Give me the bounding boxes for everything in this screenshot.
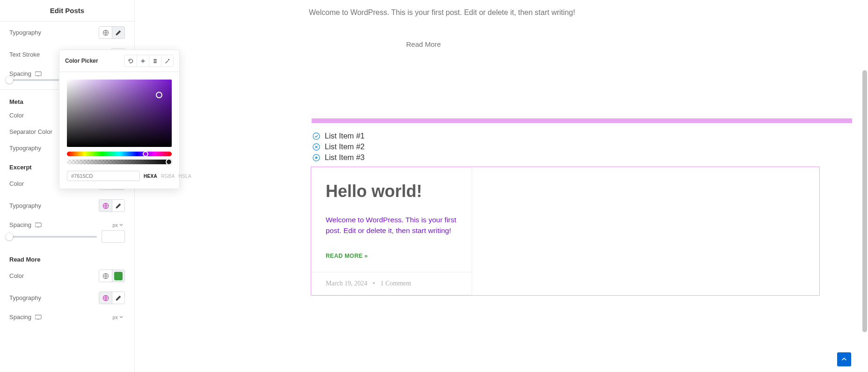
format-rgba[interactable]: RGBA bbox=[161, 174, 175, 179]
list-item: List Item #2 bbox=[313, 141, 861, 152]
post-excerpt: Welcome to WordPress. This is your first… bbox=[326, 214, 458, 236]
hue-slider-thumb[interactable] bbox=[143, 151, 148, 157]
list-icon bbox=[152, 58, 158, 64]
excerpt-spacing-slider[interactable] bbox=[9, 236, 97, 238]
highlight-bar bbox=[312, 118, 852, 123]
globe-icon bbox=[102, 295, 109, 301]
readmore-spacing-unit[interactable]: px bbox=[112, 314, 123, 320]
globe-icon bbox=[102, 29, 109, 36]
responsive-icon[interactable] bbox=[35, 71, 42, 77]
post-card: Hello world! Welcome to WordPress. This … bbox=[311, 167, 472, 295]
responsive-icon[interactable] bbox=[35, 222, 42, 228]
globe-icon bbox=[102, 203, 109, 209]
typography-btn-group bbox=[99, 26, 125, 39]
icon-list: List Item #1 List Item #2 List Item #3 bbox=[135, 123, 861, 163]
color-picker-title: Color Picker bbox=[65, 58, 98, 64]
readmore-global-typography-btn[interactable] bbox=[99, 292, 112, 304]
times-circle-icon bbox=[313, 143, 320, 151]
svg-rect-1 bbox=[35, 72, 41, 75]
format-hexa[interactable]: HEXA bbox=[144, 174, 157, 179]
excerpt-spacing-unit[interactable]: px bbox=[112, 222, 123, 228]
chevron-down-icon bbox=[119, 223, 123, 227]
excerpt-spacing-slider-thumb[interactable] bbox=[6, 233, 13, 241]
pencil-icon bbox=[115, 295, 122, 301]
svg-rect-6 bbox=[37, 227, 39, 227]
hue-slider[interactable] bbox=[67, 152, 172, 156]
meta-separator: • bbox=[373, 280, 375, 287]
scroll-to-top-btn[interactable] bbox=[837, 352, 851, 366]
svg-rect-10 bbox=[37, 319, 39, 320]
global-typography-btn[interactable] bbox=[99, 27, 112, 38]
saturation-cursor[interactable] bbox=[156, 92, 162, 98]
meta-typography-label: Typography bbox=[9, 145, 41, 152]
excerpt-spacing-input[interactable] bbox=[102, 230, 125, 243]
excerpt-spacing-slider-wrap bbox=[0, 230, 134, 248]
preview-area: Welcome to WordPress. This is your first… bbox=[135, 0, 868, 372]
pencil-icon bbox=[115, 29, 122, 36]
read-more-link[interactable]: READ MORE » bbox=[326, 253, 368, 259]
hex-input[interactable] bbox=[67, 171, 140, 181]
readmore-color-btn-group bbox=[99, 270, 125, 282]
globe-icon bbox=[102, 273, 109, 279]
post-title[interactable]: Hello world! bbox=[326, 182, 458, 201]
eyedropper-btn[interactable] bbox=[161, 55, 173, 66]
readmore-edit-typography-btn[interactable] bbox=[112, 292, 124, 304]
svg-rect-5 bbox=[35, 223, 41, 226]
svg-rect-15 bbox=[153, 59, 157, 60]
typography-row: Typography bbox=[0, 22, 134, 44]
color-input-row: HEXA RGBA HSLA bbox=[67, 171, 172, 181]
readmore-typography-label: Typography bbox=[9, 294, 41, 301]
readmore-global-color-btn[interactable] bbox=[99, 270, 112, 282]
readmore-color-swatch-btn[interactable] bbox=[112, 270, 124, 282]
pencil-icon bbox=[115, 203, 122, 209]
excerpt-typography-label: Typography bbox=[9, 202, 41, 209]
preview-scrollbar-thumb[interactable] bbox=[862, 70, 867, 332]
svg-rect-16 bbox=[153, 60, 157, 61]
saturation-box[interactable] bbox=[67, 80, 172, 147]
svg-rect-17 bbox=[153, 62, 157, 63]
alpha-slider-thumb[interactable] bbox=[166, 159, 172, 165]
sidebar-title: Edit Posts bbox=[0, 0, 134, 22]
readmore-typography-row: Typography bbox=[0, 287, 134, 309]
top-read-more[interactable]: Read More bbox=[135, 17, 861, 48]
eyedropper-icon bbox=[164, 58, 170, 64]
svg-point-14 bbox=[315, 156, 318, 159]
format-hsla[interactable]: HSLA bbox=[179, 174, 191, 179]
list-item-label: List Item #1 bbox=[325, 131, 365, 140]
spacing-slider-thumb[interactable] bbox=[6, 76, 13, 84]
preview-scrollbar[interactable] bbox=[861, 70, 868, 372]
typography-label: Typography bbox=[9, 29, 41, 36]
excerpt-typography-btn-group bbox=[99, 199, 125, 212]
plus-icon bbox=[140, 58, 146, 64]
text-stroke-label: Text Stroke bbox=[9, 51, 40, 58]
meta-sep-color-label: Separator Color bbox=[9, 128, 52, 135]
readmore-color-swatch bbox=[114, 272, 123, 280]
dot-circle-icon bbox=[313, 154, 320, 161]
readmore-spacing-row: Spacing px bbox=[0, 309, 134, 322]
undo-icon bbox=[128, 58, 134, 64]
readmore-typography-btn-group bbox=[99, 292, 125, 304]
list-item: List Item #1 bbox=[313, 131, 861, 141]
readmore-spacing-label: Spacing bbox=[9, 314, 42, 321]
posts-widget-selection[interactable]: Hello world! Welcome to WordPress. This … bbox=[311, 167, 820, 296]
list-item-label: List Item #3 bbox=[325, 153, 365, 162]
excerpt-global-typography-btn[interactable] bbox=[99, 200, 112, 212]
post-comments: 1 Comment bbox=[380, 280, 411, 287]
color-picker-header: Color Picker bbox=[59, 50, 179, 72]
post-meta: March 19, 2024 • 1 Comment bbox=[312, 272, 472, 295]
preview-inner: Welcome to WordPress. This is your first… bbox=[135, 0, 861, 314]
excerpt-edit-typography-btn[interactable] bbox=[112, 200, 124, 212]
chevron-down-icon bbox=[119, 315, 123, 319]
responsive-icon[interactable] bbox=[35, 314, 42, 320]
excerpt-spacing-row: Spacing px bbox=[0, 217, 134, 230]
edit-typography-btn[interactable] bbox=[112, 27, 124, 38]
svg-rect-2 bbox=[37, 76, 39, 76]
post-card-body: Hello world! Welcome to WordPress. This … bbox=[312, 168, 472, 272]
reset-color-btn[interactable] bbox=[124, 55, 137, 66]
add-color-btn[interactable] bbox=[137, 55, 149, 66]
alpha-slider[interactable] bbox=[67, 160, 172, 164]
swatches-btn[interactable] bbox=[149, 55, 161, 66]
list-item: List Item #3 bbox=[313, 152, 861, 163]
chevron-up-icon bbox=[841, 356, 847, 363]
post-date: March 19, 2024 bbox=[326, 280, 367, 287]
